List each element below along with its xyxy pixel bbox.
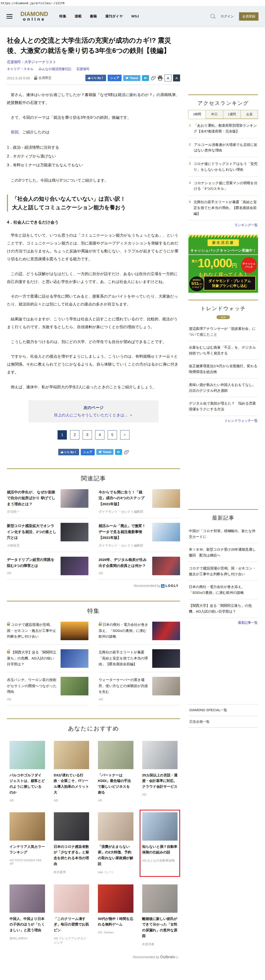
related-card[interactable]: 就活中の学生が、 なぜか面接で自分の短所ばかり 挙げてしまう理由とは？ 古荘純一 (7, 485, 88, 519)
print-icon[interactable] (157, 75, 163, 81)
recommend-card[interactable]: 50代が熱中！時間を忘れる無料ゲーム AD .Games (95, 882, 136, 949)
trend-item[interactable]: 美味い酒が飲みたい外国人をおもてなし。注目のデジタル利き酒師 (188, 379, 258, 397)
latest-more-link[interactable]: 最新記事一覧 (188, 618, 258, 628)
page-next[interactable]: ＞ (120, 430, 129, 439)
article-thumbnail (61, 523, 88, 541)
facebook-like-button[interactable]: いいね！ (58, 449, 79, 455)
ranking-item[interactable]: 3 コロナ後にドラッグストアはもう「安売り」をしないかもしれない理由 (188, 157, 258, 177)
facebook-share-button[interactable]: シェア (108, 75, 121, 81)
tab-yesterday[interactable]: 昨日 (206, 110, 223, 119)
trend-item[interactable]: 渡辺真理アナウンサーが「脱炭素社会」について感じたこと (188, 322, 258, 341)
article-thumbnail (152, 649, 180, 668)
facebook-like-button[interactable]: いいね！ (85, 75, 106, 81)
font-size-large-button[interactable]: A (173, 75, 180, 81)
recommend-card[interactable]: パルコやゴルフダイジェストは、顧客とどのように接しているのか AD (7, 738, 48, 805)
feature-card[interactable]: 元商社の若手エリートが暴露「高給と安定を捨てた本当の理由」【匿名座談会前編】 (99, 644, 180, 672)
ranking-item[interactable]: 5 元商社の若手エリートが暴露「高給と安定を捨てた本当の理由」【匿名座談会前編】 (188, 196, 258, 220)
diamond-special-link[interactable]: DIAMOND SPECIAL一覧 (188, 705, 258, 716)
outbrain-logo[interactable]: Outbrain (160, 955, 175, 959)
related-card[interactable]: 今からでも間に合う！「就活」成功への3つのステップ【2021年版】 ダイヤモンド… (99, 485, 180, 519)
recommend-card[interactable]: 「このクリーム凄すぎ」毎日の習慣でお肌ピン AD プレミアアンチエイジング (51, 882, 92, 949)
recommend-byline: AD (10, 799, 45, 802)
nav-shoseki[interactable]: 書籍 (90, 14, 97, 19)
latest-item[interactable]: 中国が「コロナ対策」積極輸出、新たな外交カードに (188, 525, 258, 544)
recommend-card[interactable]: 日本のコロナ感染者数が「少なすぎる」と疑念を持たれる本当の理由 鈴木貴博 (51, 810, 92, 877)
ad-slot-empty (188, 33, 258, 94)
menu-icon[interactable] (6, 14, 13, 19)
ad-projects-link[interactable]: 広告企画一覧 (188, 716, 258, 728)
related-title: 2020年、デジタル格差が生み出す企業間の差異とは何か？ (99, 557, 149, 568)
recommend-card[interactable]: 中国人、中国より日本の子供のほうが「たくましい」と思う理由 @dol_edito… (7, 882, 48, 949)
recommend-card[interactable]: インテリア人気カラーランキング AD TOTO DAIKEN YKK AP (7, 810, 48, 877)
tab-1week[interactable]: 1週間 (223, 110, 241, 119)
breadcrumb-series[interactable]: みんなの就活悲惨日記 (38, 67, 71, 71)
login-link[interactable]: ログイン (221, 14, 234, 19)
page-5[interactable]: 5 (108, 430, 117, 439)
latest-item[interactable]: コロナで建設現場が悲鳴、国・ゼネコン・施主が工事中止判断を押し付け合い (188, 562, 258, 581)
hatena-bookmark-button[interactable]: B! (142, 75, 149, 81)
tweet-button[interactable]: Tweet (96, 449, 113, 455)
related-card[interactable]: 2020年、デジタル格差が生み出す企業間の差異とは何か？ AD (99, 552, 180, 580)
feature-card[interactable]: 【関西大学】迫る「関関同立落ち」の危機、AO入試の狙い目学部は？ (7, 644, 88, 672)
font-size-small-button[interactable]: A (164, 75, 171, 81)
article-thumbnail (152, 557, 180, 575)
recommend-title: 25カ国以上の言語・通貨・会計基準に対応。クラウド会計サービス (142, 772, 178, 789)
nav-shukan-dia[interactable]: 週刊ダイヤ (105, 14, 123, 19)
browser-url[interactable]: https://diamond.jp/articles/-/12170 (0, 0, 265, 6)
article-thumbnail (61, 649, 88, 668)
previous-article-link[interactable]: 前回 (11, 130, 19, 134)
banner-cta-button[interactable]: ダイヤモンド・プレミアム対象プランに申し込む (204, 276, 256, 290)
campaign-banner-ad[interactable]: 新生活応援 キャッシュバックキャンペーン実施中！ 最大10,000円 キャッシュ… (188, 235, 258, 293)
latest-item[interactable]: 日本の商社・電力会社が巻き添え、「SDGsの裏側」に潜む欧州の謀略 (188, 581, 258, 599)
nav-rensai[interactable]: 連載 (75, 14, 81, 19)
related-card[interactable]: データドリブン経営の実践を阻む3つの障害とは AD (7, 552, 88, 580)
author-link[interactable]: 石渡嶺司：大学ジャーナリスト (7, 60, 180, 64)
search-icon[interactable] (210, 14, 216, 19)
feature-card[interactable]: 日本の商社・電力会社が巻き添え、「SDGsの裏側」に潜む欧州の謀略 (99, 617, 180, 644)
trend-item[interactable]: 企業をむしばむ病巣「不正」を、デジタル技術でいち早く発見する (188, 341, 258, 360)
tab-member[interactable]: 会員 (240, 110, 258, 119)
facebook-share-button[interactable]: シェア (81, 449, 95, 455)
copy-link-icon[interactable] (151, 75, 156, 81)
ranking-item[interactable]: 1 「あおり運転」都道府県別増加ランキング【全47都道府県・完全版】 (188, 119, 258, 138)
page-2[interactable]: 2 (70, 430, 79, 439)
next-page-link[interactable]: 目上の人にごちそうしていただくときは… ＞ (31, 413, 156, 418)
trend-item[interactable]: デジタル化で負担が増えた？ 悩める営業現場をラクにする方法 (188, 397, 258, 416)
page-1[interactable]: 1 (57, 430, 67, 439)
page-3[interactable]: 3 (83, 430, 92, 439)
breadcrumb-author[interactable]: 石渡嶺司 (77, 67, 89, 71)
recommend-card[interactable]: 「浪費が止まらない家」の2大特徴、予約の取れない家政婦が解説 sea（しー） (95, 810, 136, 877)
latest-item[interactable]: 【関西大学】迫る「関関同立落ち」の危機、AO入試の狙い目学部は？ (188, 599, 258, 618)
page-4[interactable]: 4 (95, 430, 104, 439)
logly-logo[interactable]: LOGLY (166, 584, 179, 587)
site-logo[interactable]: DIAMOND online (21, 11, 48, 22)
recommend-card[interactable]: 離婚後に新しい彼氏ができて分かった「女性の尿漏れ」の意外な原因 木原洋美 (140, 882, 180, 949)
related-card[interactable]: 新型コロナ感染拡大でオンライン化する就活、2つの落とし穴とは 小林祐児 (7, 518, 88, 552)
adchoices-icon[interactable]: ▷ (176, 955, 179, 959)
hatena-bookmark-button[interactable]: B! (115, 449, 122, 455)
ad-slot-empty (188, 635, 258, 704)
feature-card[interactable]: コロナで建設現場が悲鳴、国・ゼネコン・施主が工事中止判断を押し付け合い (7, 617, 88, 644)
latest-item[interactable]: 米ＩＢＭ、新型コロナ受け20年通期見通し撤回 配当は継続へ (188, 543, 258, 562)
tab-1hour[interactable]: 1時間 (188, 110, 206, 119)
feature-card[interactable]: ウォーターサーバーの置き場所、使い方などの体験談が共感を生む AD (99, 672, 180, 705)
copy-link-icon[interactable] (124, 450, 129, 455)
related-card[interactable]: 就活ルール「廃止」で激変！データで見る就活最新事情【2021年版】 ダイヤモンド… (99, 518, 180, 552)
trend-more-link[interactable]: トレンドウォッチ一覧 (188, 416, 258, 426)
ranking-item[interactable]: 4 コロナショック後に営業マンの明暗を分ける「3つのスキル」 (188, 177, 258, 196)
ranking-more-link[interactable]: ランキング一覧 (188, 220, 258, 230)
feature-card[interactable]: 赤玉パンチ、ウーロン茶の技術がセサミンの開発へつながった理由 AD (7, 672, 88, 705)
feature-title: 赤玉パンチ、ウーロン茶の技術がセサミンの開発へつながった理由 (7, 677, 57, 695)
recommend-card[interactable]: 「パートナーはKDDI」最先端の手法で新しいビジネスを創る AD (95, 738, 136, 805)
recommend-card-highlighted[interactable]: 知らないと損？自動車保険の仕組みの話 AD おとなの自動車保険 (140, 810, 180, 877)
ranking-item[interactable]: 2 アルコール消毒液が大増産でも店頭に並ばない意外な理由 (188, 138, 258, 158)
nav-tokushu[interactable]: 特集 (59, 14, 66, 19)
signup-button[interactable]: 会員登録 (239, 12, 259, 21)
breadcrumb-category[interactable]: キャリア・スキル (7, 67, 34, 71)
nav-wsj[interactable]: WSJ (131, 14, 139, 19)
trend-item[interactable]: 改正健康増進法が4月から全面施行。変わる喫煙環境を総点検 (188, 360, 258, 379)
recommend-card[interactable]: 25カ国以上の言語・通貨・会計基準に対応。クラウド会計サービス AD (140, 738, 180, 805)
recommend-card[interactable]: DXが遅れている行政・企業こそ、ITツール導入効果のメリット大 AD (51, 738, 92, 805)
ranking-item-title: アルコール消毒液が大増産でも店頭に並ばない意外な理由 (194, 142, 257, 154)
tweet-button[interactable]: Tweet (123, 75, 140, 81)
